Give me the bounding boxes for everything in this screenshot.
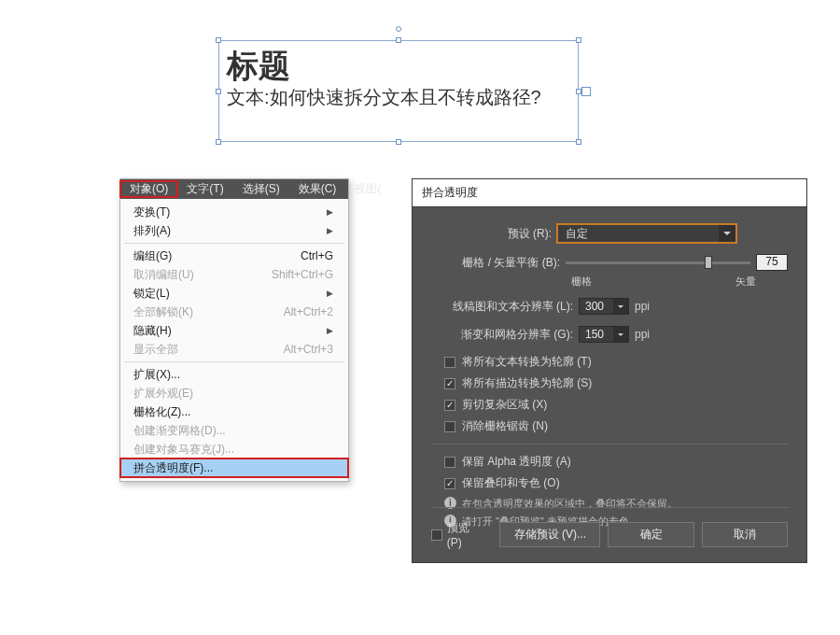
- menubar-item-view[interactable]: 视图(: [345, 181, 390, 197]
- resize-handle[interactable]: [576, 139, 581, 145]
- balance-slider[interactable]: [566, 261, 750, 264]
- resize-handle[interactable]: [216, 37, 221, 43]
- menu-item-expand[interactable]: 扩展(X)...: [120, 365, 348, 384]
- chevron-right-icon: ▶: [327, 326, 333, 335]
- flatten-transparency-dialog: 拼合透明度 预设 (R): 自定 栅格 / 矢量平衡 (B): 75 栅格 矢量…: [412, 178, 807, 563]
- checkbox-clip-complex[interactable]: [444, 400, 455, 411]
- unit-label: ppi: [635, 300, 650, 313]
- slider-knob[interactable]: [705, 256, 712, 269]
- line-res-value: 300: [585, 300, 604, 313]
- resize-handle[interactable]: [396, 139, 401, 145]
- grad-res-label: 渐变和网格分辨率 (G):: [431, 327, 579, 343]
- checkbox-label: 预览 (P): [447, 520, 487, 549]
- menu-label: 创建渐变网格(D)...: [133, 423, 226, 439]
- menu-item-lock[interactable]: 锁定(L) ▶: [120, 284, 348, 303]
- checkbox-preview[interactable]: [431, 529, 442, 541]
- menu-item-gradient-mesh: 创建渐变网格(D)...: [120, 421, 348, 440]
- checkbox-label: 将所有文本转换为轮廓 (T): [462, 354, 592, 370]
- checkbox-label: 保留 Alpha 透明度 (A): [462, 454, 571, 470]
- info-text: 在包含透明度效果的区域中，叠印将不会保留。: [462, 497, 678, 511]
- menu-label: 锁定(L): [133, 286, 170, 302]
- menu-shortcut: Alt+Ctrl+2: [284, 305, 333, 318]
- chevron-right-icon: ▶: [327, 207, 333, 217]
- chevron-down-icon: [719, 225, 735, 242]
- save-preset-button[interactable]: 存储预设 (V)...: [499, 522, 600, 547]
- chevron-right-icon: ▶: [327, 289, 333, 298]
- menubar-item-type[interactable]: 文字(T): [177, 181, 232, 197]
- dialog-title: 拼合透明度: [413, 179, 806, 207]
- separator: [124, 243, 344, 244]
- selected-text-frame[interactable]: 标题 文本:如何快速拆分文本且不转成路径?: [218, 40, 579, 142]
- menubar: 对象(O) 文字(T) 选择(S) 效果(C) 视图(: [120, 179, 348, 199]
- menu-item-mosaic: 创建对象马赛克(J)...: [120, 440, 348, 459]
- text-body[interactable]: 文本:如何快速拆分文本且不转成路径?: [227, 85, 570, 110]
- grad-res-field[interactable]: 150: [579, 326, 629, 343]
- checkbox-alpha[interactable]: [444, 457, 455, 468]
- menubar-item-effect[interactable]: 效果(C): [289, 181, 346, 197]
- unit-label: ppi: [635, 328, 650, 341]
- checkbox-label: 剪切复杂区域 (X): [462, 397, 547, 413]
- menu-label: 栅格化(Z)...: [133, 404, 190, 420]
- balance-left-label: 栅格: [571, 275, 592, 289]
- menu-shortcut: Ctrl+G: [301, 249, 333, 262]
- checkbox-label: 将所有描边转换为轮廓 (S): [462, 375, 592, 391]
- menu-item-show-all: 显示全部 Alt+Ctrl+3: [120, 340, 348, 359]
- balance-label: 栅格 / 矢量平衡 (B):: [431, 255, 566, 271]
- balance-value[interactable]: 75: [756, 254, 788, 271]
- menu-label: 编组(G): [133, 248, 172, 264]
- checkbox-label: 保留叠印和专色 (O): [462, 475, 560, 491]
- menubar-item-select[interactable]: 选择(S): [233, 181, 289, 197]
- resize-handle[interactable]: [576, 37, 581, 43]
- menu-item-unlock-all: 全部解锁(K) Alt+Ctrl+2: [120, 303, 348, 321]
- menu-shortcut: Alt+Ctrl+3: [284, 343, 333, 356]
- menu-label: 显示全部: [133, 342, 178, 358]
- separator: [431, 444, 788, 444]
- preset-select[interactable]: 自定: [557, 224, 736, 243]
- menu-item-rasterize[interactable]: 栅格化(Z)...: [120, 402, 348, 421]
- text-title[interactable]: 标题: [227, 49, 570, 83]
- menu-item-transform[interactable]: 变换(T) ▶: [120, 203, 348, 221]
- chevron-right-icon: ▶: [327, 226, 333, 235]
- preset-label: 预设 (R):: [431, 226, 557, 242]
- menu-label: 扩展(X)...: [133, 367, 180, 383]
- menu-panel: 对象(O) 文字(T) 选择(S) 效果(C) 视图( 变换(T) ▶ 排列(A…: [119, 178, 349, 482]
- menu-shortcut: Shift+Ctrl+G: [272, 268, 333, 281]
- checkbox-text-outline[interactable]: [444, 357, 455, 368]
- resize-handle[interactable]: [216, 89, 221, 94]
- grad-res-value: 150: [585, 328, 604, 341]
- menu-label: 取消编组(U): [133, 267, 194, 283]
- dropdown-menu: 变换(T) ▶ 排列(A) ▶ 编组(G) Ctrl+G 取消编组(U) Shi…: [120, 199, 348, 481]
- menu-item-expand-appearance: 扩展外观(E): [120, 384, 348, 402]
- checkbox-stroke-outline[interactable]: [444, 378, 455, 389]
- separator: [124, 361, 344, 362]
- menu-item-hide[interactable]: 隐藏(H) ▶: [120, 321, 348, 340]
- menu-item-arrange[interactable]: 排列(A) ▶: [120, 221, 348, 240]
- menu-label: 隐藏(H): [133, 323, 172, 339]
- menu-label: 变换(T): [133, 205, 170, 220]
- menubar-item-object[interactable]: 对象(O): [120, 181, 177, 197]
- menu-label: 拼合透明度(F)...: [133, 460, 213, 476]
- line-res-label: 线稿图和文本分辨率 (L):: [431, 299, 579, 315]
- menu-label: 创建对象马赛克(J)...: [133, 442, 234, 458]
- textflow-handle[interactable]: [581, 87, 591, 96]
- menu-label: 排列(A): [133, 223, 171, 239]
- checkbox-overprint[interactable]: [444, 478, 455, 489]
- ok-button[interactable]: 确定: [608, 522, 693, 547]
- cancel-button[interactable]: 取消: [702, 522, 788, 547]
- resize-handle[interactable]: [396, 37, 401, 43]
- chevron-down-icon: [613, 299, 628, 314]
- menu-item-ungroup: 取消编组(U) Shift+Ctrl+G: [120, 265, 348, 284]
- line-res-field[interactable]: 300: [579, 298, 629, 315]
- checkbox-antialias[interactable]: [444, 421, 455, 432]
- menu-label: 全部解锁(K): [133, 304, 193, 320]
- menu-label: 扩展外观(E): [133, 386, 193, 402]
- separator: [431, 507, 788, 508]
- resize-handle[interactable]: [216, 139, 221, 145]
- preset-value: 自定: [566, 226, 588, 242]
- rotate-handle[interactable]: [396, 26, 401, 32]
- balance-right-label: 矢量: [735, 275, 756, 289]
- chevron-down-icon: [613, 327, 628, 342]
- checkbox-label: 消除栅格锯齿 (N): [462, 418, 548, 434]
- menu-item-flatten-transparency[interactable]: 拼合透明度(F)...: [120, 459, 348, 477]
- menu-item-group[interactable]: 编组(G) Ctrl+G: [120, 247, 348, 265]
